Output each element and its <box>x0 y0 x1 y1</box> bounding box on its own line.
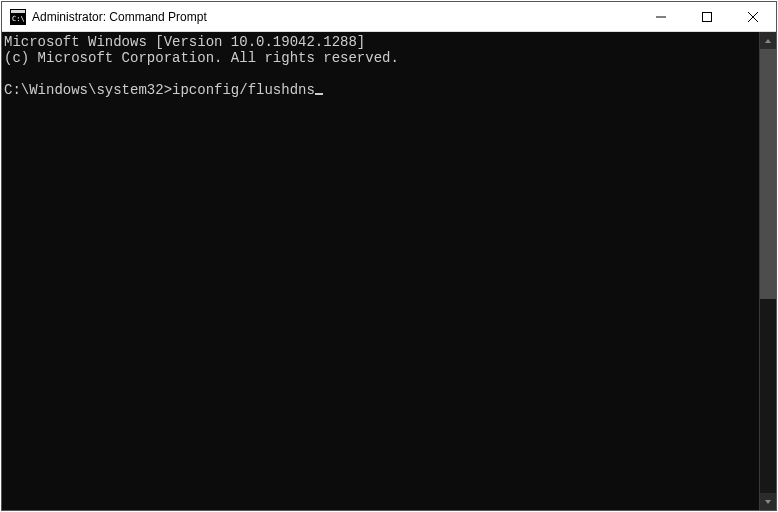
svg-rect-4 <box>703 12 712 21</box>
version-line: Microsoft Windows [Version 10.0.19042.12… <box>4 34 365 50</box>
client-area: Microsoft Windows [Version 10.0.19042.12… <box>2 32 776 510</box>
maximize-icon <box>702 12 712 22</box>
scrollbar-track[interactable] <box>760 49 776 493</box>
vertical-scrollbar[interactable] <box>759 32 776 510</box>
scrollbar-thumb[interactable] <box>760 49 776 299</box>
command-prompt-window: C:\ Administrator: Command Prompt Micros… <box>1 1 777 511</box>
scroll-down-button[interactable] <box>760 493 776 510</box>
chevron-down-icon <box>764 498 772 506</box>
prompt-text: C:\Windows\system32> <box>4 82 172 98</box>
window-controls <box>638 2 776 31</box>
command-input[interactable]: ipconfig/flushdns <box>172 82 315 98</box>
svg-marker-8 <box>765 500 771 504</box>
terminal-output[interactable]: Microsoft Windows [Version 10.0.19042.12… <box>2 32 759 510</box>
text-cursor <box>315 93 323 95</box>
close-button[interactable] <box>730 2 776 31</box>
titlebar[interactable]: C:\ Administrator: Command Prompt <box>2 2 776 32</box>
svg-text:C:\: C:\ <box>12 15 25 23</box>
cmd-icon: C:\ <box>10 9 26 25</box>
chevron-up-icon <box>764 37 772 45</box>
minimize-icon <box>656 12 666 22</box>
svg-marker-7 <box>765 39 771 43</box>
svg-rect-1 <box>11 10 25 13</box>
prompt-line: C:\Windows\system32>ipconfig/flushdns <box>4 82 323 98</box>
minimize-button[interactable] <box>638 2 684 31</box>
title-left: C:\ Administrator: Command Prompt <box>2 9 638 25</box>
close-icon <box>748 12 758 22</box>
scroll-up-button[interactable] <box>760 32 776 49</box>
copyright-line: (c) Microsoft Corporation. All rights re… <box>4 50 399 66</box>
maximize-button[interactable] <box>684 2 730 31</box>
window-title: Administrator: Command Prompt <box>32 10 207 24</box>
